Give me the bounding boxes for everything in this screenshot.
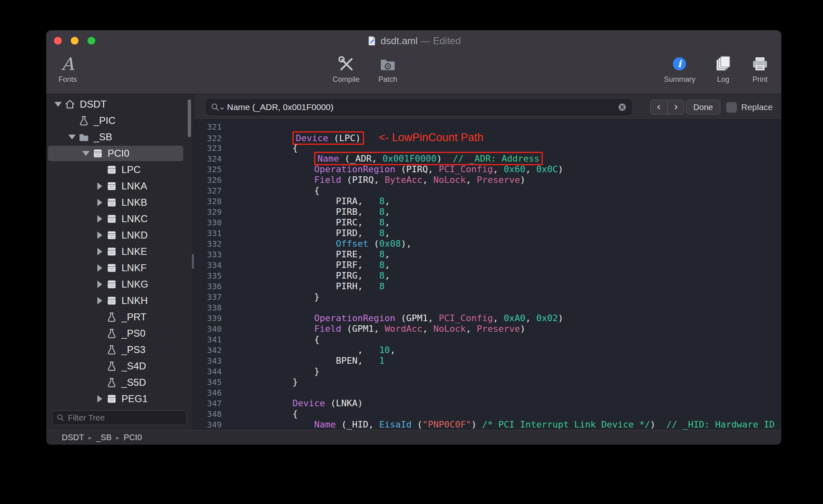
tree-item-lnkg[interactable]: LNKG	[46, 276, 193, 292]
tree-item-lnkh[interactable]: LNKH	[46, 292, 193, 309]
code-line-text: OperationRegion (PIRQ, PCI_Config, 0x60,…	[227, 164, 563, 175]
code-line[interactable]: 341 {	[194, 334, 781, 345]
tree-item-prt[interactable]: _PRT	[46, 309, 193, 325]
disclosure-open-icon[interactable]	[52, 102, 64, 107]
document-proxy-icon	[367, 36, 377, 46]
code-line[interactable]: 343 BPEN, 1	[194, 356, 781, 366]
compile-icon	[337, 50, 355, 74]
code-segment: (_HID,	[336, 419, 379, 430]
log-button[interactable]: Log	[714, 50, 732, 84]
tree-item-label: LNKA	[121, 180, 147, 192]
code-line-text: Name (_HID, EisaId ("PNP0C0F") /* PCI In…	[227, 419, 775, 430]
breadcrumb-item-sb[interactable]: _SB	[96, 433, 112, 442]
code-line[interactable]: 332 Offset (0x08),	[194, 239, 781, 249]
code-segment: OperationRegion	[314, 313, 396, 323]
tree-item-lnka[interactable]: LNKA	[46, 178, 193, 194]
code-line[interactable]: 345 }	[194, 377, 781, 387]
find-input[interactable]	[227, 102, 617, 112]
code-line[interactable]: 331 PIRD, 8,	[194, 228, 781, 239]
code-line[interactable]: 338	[194, 302, 781, 313]
tree-item-lnkc[interactable]: LNKC	[46, 211, 193, 227]
disclosure-closed-icon[interactable]	[94, 281, 106, 288]
tree-item-pic[interactable]: _PIC	[46, 112, 193, 129]
code-line[interactable]: 333 PIRE, 8,	[194, 249, 781, 260]
code-line-text: }	[227, 366, 319, 377]
code-line[interactable]: 342 , 10,	[194, 345, 781, 356]
code-line[interactable]: 344 }	[194, 366, 781, 377]
toolbar-center-group: CompilePatch	[333, 50, 397, 84]
search-icon	[56, 414, 65, 422]
code-line[interactable]: 349 Name (_HID, EisaId ("PNP0C0F") /* PC…	[194, 419, 781, 430]
code-line[interactable]: 337 }	[194, 292, 781, 302]
code-segment: Offset	[336, 239, 368, 249]
fonts-button[interactable]: AFonts	[58, 50, 77, 84]
tree-item-lpc[interactable]: LPC	[46, 162, 193, 178]
breadcrumb-item-pci0[interactable]: PCI0	[124, 433, 142, 442]
tree-item-label: PCI0	[108, 148, 129, 159]
tree-item-lnkf[interactable]: LNKF	[46, 260, 193, 276]
tree-item-lnke[interactable]: LNKE	[46, 243, 193, 260]
code-line-text: {	[227, 143, 298, 153]
disclosure-open-icon[interactable]	[66, 135, 78, 140]
tree-item-s4d[interactable]: _S4D	[46, 358, 193, 374]
disclosure-closed-icon[interactable]	[94, 264, 106, 272]
tree-item-peg1[interactable]: PEG1	[46, 391, 193, 406]
code-segment: (GPM1,	[341, 324, 385, 334]
code-line[interactable]: 347 Device (LNKA)	[194, 398, 781, 409]
disclosure-closed-icon[interactable]	[94, 297, 106, 304]
code-line[interactable]: 330 PIRC, 8,	[194, 217, 781, 228]
red-highlight-box: Name (_ADR, 0x001F0000) // _ADR: Address	[314, 152, 543, 165]
line-number: 331	[194, 228, 222, 239]
compile-button[interactable]: Compile	[333, 50, 360, 84]
clear-search-icon[interactable]	[617, 102, 627, 112]
tree-item-ps0[interactable]: _PS0	[46, 325, 193, 342]
find-previous-button[interactable]	[650, 100, 668, 115]
print-button[interactable]: Print	[751, 50, 769, 84]
replace-checkbox[interactable]	[726, 102, 737, 112]
code-line-text: PIRC, 8,	[227, 217, 390, 228]
disclosure-closed-icon[interactable]	[94, 248, 106, 255]
code-line[interactable]: 334 PIRF, 8,	[194, 260, 781, 270]
done-button[interactable]: Done	[686, 100, 720, 115]
tree-item-sb[interactable]: _SB	[46, 129, 193, 145]
patch-button[interactable]: Patch	[378, 50, 397, 84]
code-line[interactable]: 329 PIRB, 8,	[194, 207, 781, 217]
code-editor[interactable]: 321322 Device (LPC)<- LowPinCount Path32…	[194, 120, 781, 430]
disclosure-closed-icon[interactable]	[94, 215, 106, 223]
tree-item-lnkd[interactable]: LNKD	[46, 227, 193, 243]
code-line[interactable]: 322 Device (LPC)<- LowPinCount Path	[194, 132, 781, 143]
code-line[interactable]: 336 PIRH, 8	[194, 281, 781, 292]
code-line[interactable]: 348 {	[194, 409, 781, 419]
filter-tree-input[interactable]	[68, 413, 182, 423]
code-line[interactable]: 326 Field (PIRQ, ByteAcc, NoLock, Preser…	[194, 175, 781, 185]
breadcrumb-item-dsdt[interactable]: DSDT	[62, 433, 84, 442]
find-field[interactable]	[206, 99, 632, 115]
code-line-text: BPEN, 1	[227, 356, 385, 366]
tree-item-ps3[interactable]: _PS3	[46, 342, 193, 358]
tree-item-pci0[interactable]: PCI0	[46, 145, 193, 162]
tree-item-s5d[interactable]: _S5D	[46, 374, 193, 391]
code-line[interactable]: 335 PIRG, 8,	[194, 270, 781, 281]
filter-tree-field[interactable]	[52, 410, 187, 425]
app-window: dsdt.aml — Edited AFonts CompilePatch iS…	[46, 30, 781, 445]
code-segment: ,	[423, 175, 434, 185]
tree-item-lnkb[interactable]: LNKB	[46, 194, 193, 211]
disclosure-closed-icon[interactable]	[94, 232, 106, 239]
code-line[interactable]: 346	[194, 387, 781, 398]
code-line[interactable]: 340 Field (GPM1, WordAcc, NoLock, Preser…	[194, 324, 781, 334]
code-line[interactable]: 339 OperationRegion (GPM1, PCI_Config, 0…	[194, 313, 781, 324]
code-line[interactable]: 327 {	[194, 185, 781, 196]
disclosure-open-icon[interactable]	[80, 151, 92, 156]
find-next-button[interactable]	[667, 100, 684, 115]
disclosure-closed-icon[interactable]	[94, 199, 106, 206]
code-line[interactable]: 321	[194, 122, 781, 132]
code-line[interactable]: 324 Name (_ADR, 0x001F0000) // _ADR: Add…	[194, 153, 781, 164]
tree-item-dsdt[interactable]: DSDT	[46, 96, 193, 112]
sidebar-scrollbar[interactable]	[188, 99, 191, 137]
summary-button[interactable]: iSummary	[664, 50, 695, 84]
code-line[interactable]: 325 OperationRegion (PIRQ, PCI_Config, 0…	[194, 164, 781, 175]
disclosure-closed-icon[interactable]	[94, 182, 106, 190]
disclosure-closed-icon[interactable]	[94, 395, 106, 403]
code-line[interactable]: 328 PIRA, 8,	[194, 196, 781, 207]
line-number: 332	[194, 239, 222, 249]
